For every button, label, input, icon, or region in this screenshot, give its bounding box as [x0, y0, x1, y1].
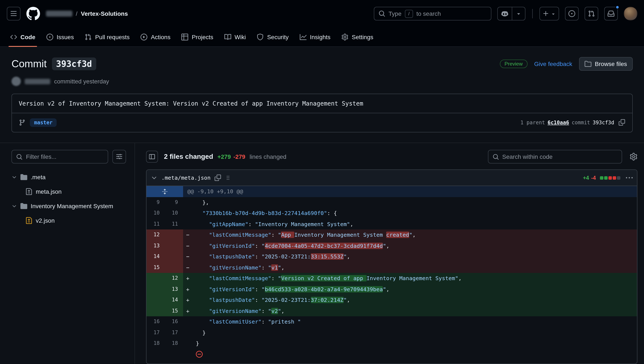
- parent-sha-link[interactable]: 6c10aa6: [548, 120, 569, 126]
- line-number-old[interactable]: 10: [146, 208, 165, 218]
- line-number-new[interactable]: 18: [165, 338, 183, 349]
- preview-badge: Preview: [500, 60, 527, 68]
- line-number-old[interactable]: 14: [146, 251, 165, 262]
- file-filter-button[interactable]: [112, 150, 126, 164]
- line-number-old[interactable]: 15: [146, 262, 165, 273]
- line-number-old[interactable]: 11: [146, 218, 165, 230]
- diff-sign: −: [183, 251, 192, 262]
- filter-files-input[interactable]: [12, 150, 108, 164]
- line-number-new[interactable]: [165, 262, 183, 273]
- diff-settings-gear-icon[interactable]: [630, 153, 637, 160]
- tab-actions[interactable]: Actions: [136, 27, 176, 46]
- tab-pull-requests[interactable]: Pull requests: [80, 27, 135, 46]
- copilot-button[interactable]: [497, 7, 525, 20]
- copy-sha-button[interactable]: [618, 119, 625, 126]
- github-logo[interactable]: [26, 7, 40, 20]
- slash-key-hint: /: [405, 10, 413, 18]
- collapse-file-tree-button[interactable]: [146, 151, 158, 163]
- page-title: Commit: [12, 58, 46, 70]
- line-number-old[interactable]: [146, 284, 165, 294]
- line-number-new[interactable]: 13: [165, 284, 183, 294]
- line-number-old[interactable]: 18: [146, 338, 165, 349]
- branch-badge[interactable]: master: [30, 118, 57, 127]
- diff-block-add: [600, 176, 603, 180]
- sidebar-panel-icon: [148, 153, 156, 160]
- inbox-button[interactable]: [604, 7, 618, 20]
- tab-projects[interactable]: Projects: [176, 27, 218, 46]
- search-within-code-input[interactable]: [488, 150, 622, 164]
- line-number-new[interactable]: 15: [165, 306, 183, 316]
- tree-file-v2.json[interactable]: v2.json: [12, 214, 126, 227]
- tree-file-meta.json[interactable]: meta.json: [12, 185, 126, 198]
- line-number-new[interactable]: [165, 251, 183, 262]
- diff-line-row: 15− "gitVersionName": "v1",: [146, 262, 637, 273]
- file-tree: .metameta.jsonInventory Management Syste…: [12, 170, 126, 227]
- redacted-author-name[interactable]: [25, 78, 50, 84]
- inbox-icon: [608, 10, 614, 17]
- search-icon: [16, 154, 22, 160]
- global-search-input[interactable]: Type / to search: [374, 7, 491, 20]
- collapse-file-button[interactable]: [151, 174, 158, 181]
- line-number-new[interactable]: [165, 230, 183, 240]
- filter-files-text-input[interactable]: [26, 153, 104, 160]
- file-options-button[interactable]: [626, 174, 632, 181]
- tab-code[interactable]: Code: [5, 27, 40, 46]
- chevron-down-icon: [151, 174, 158, 181]
- code-line: "gitAppName": "Inventory Management Syst…: [192, 218, 637, 230]
- file-path[interactable]: .meta/meta.json: [161, 174, 210, 181]
- tree-folder-inventory-management-system[interactable]: Inventory Management System: [12, 199, 126, 213]
- tab-security[interactable]: Security: [252, 27, 294, 46]
- redacted-username[interactable]: [46, 11, 72, 16]
- diff-line-row: 13− "gitVersionId": "4cde7004-4a05-47d2-…: [146, 240, 637, 251]
- tab-settings[interactable]: Settings: [336, 27, 378, 46]
- line-number-old[interactable]: [146, 306, 165, 316]
- code-line: "lastCommitMessage": "App Inventory Mana…: [192, 230, 637, 240]
- tree-folder-.meta[interactable]: .meta: [12, 170, 126, 184]
- folder-fill-icon: [20, 174, 27, 180]
- line-number-new[interactable]: 10: [165, 208, 183, 218]
- tree-item-label: Inventory Management System: [31, 203, 113, 210]
- hamburger-menu-button[interactable]: [7, 7, 20, 20]
- user-avatar[interactable]: [624, 7, 637, 20]
- line-number-new[interactable]: 17: [165, 327, 183, 338]
- pull-requests-icon-button[interactable]: [584, 7, 598, 20]
- diff-line-row: 1010 "7330b16b-b70d-4d9b-b83d-227414a690…: [146, 208, 637, 218]
- line-number-new[interactable]: 14: [165, 294, 183, 306]
- author-avatar[interactable]: [12, 77, 21, 86]
- commit-word-label: commit: [572, 120, 590, 126]
- line-number-new[interactable]: 11: [165, 218, 183, 230]
- search-placeholder-suffix: to search: [416, 10, 441, 17]
- search-icon: [378, 10, 385, 17]
- copy-path-button[interactable]: [214, 174, 221, 181]
- tree-item-label: meta.json: [36, 188, 62, 195]
- tab-wiki[interactable]: Wiki: [219, 27, 251, 46]
- line-number-new[interactable]: 9: [165, 197, 183, 208]
- create-new-button[interactable]: [539, 7, 559, 20]
- graph-icon: [300, 34, 306, 40]
- line-number-new[interactable]: 16: [165, 316, 183, 327]
- breadcrumb-repo-link[interactable]: Vertex-Solutions: [81, 10, 128, 17]
- line-number-old[interactable]: 17: [146, 327, 165, 338]
- line-number-old[interactable]: 9: [146, 197, 165, 208]
- line-number-old[interactable]: 12: [146, 230, 165, 240]
- line-number-new[interactable]: 12: [165, 273, 183, 284]
- diff-sign: [183, 218, 192, 230]
- copilot-icon: [501, 10, 508, 17]
- issues-icon-button[interactable]: [565, 7, 578, 20]
- browse-files-button[interactable]: Browse files: [579, 57, 632, 71]
- tab-issues[interactable]: Issues: [41, 27, 79, 46]
- diff-line-row: 13+ "gitVersionId": "b46cd533-a028-4b02-…: [146, 284, 637, 294]
- tab-insights[interactable]: Insights: [295, 27, 336, 46]
- line-number-old[interactable]: [146, 294, 165, 306]
- line-number-old[interactable]: 16: [146, 316, 165, 327]
- content-area: .metameta.jsonInventory Management Syste…: [0, 142, 644, 364]
- expand-hunk-button[interactable]: [146, 186, 183, 197]
- line-number-old[interactable]: 13: [146, 240, 165, 251]
- line-number-new[interactable]: [165, 240, 183, 251]
- search-within-code-text-input[interactable]: [502, 153, 617, 160]
- tab-label: Actions: [151, 34, 170, 40]
- chevron-down-icon: [550, 11, 556, 16]
- line-number-old[interactable]: [146, 273, 165, 284]
- give-feedback-link[interactable]: Give feedback: [534, 60, 572, 67]
- drag-handle-icon[interactable]: [224, 174, 231, 181]
